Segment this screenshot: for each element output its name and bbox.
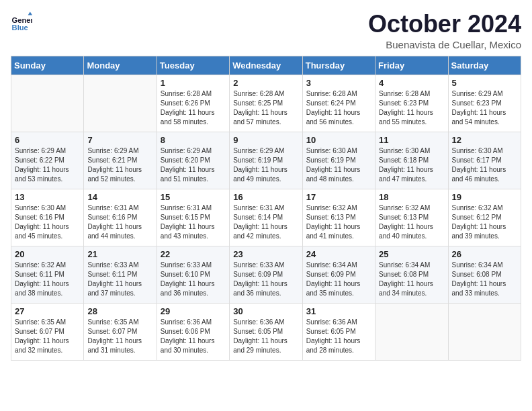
weekday-header: Thursday (302, 56, 375, 75)
day-number: 26 (452, 249, 517, 259)
day-number: 17 (306, 192, 371, 202)
calendar-cell: 8Sunrise: 6:29 AM Sunset: 6:20 PM Daylig… (157, 132, 229, 189)
cell-sun-info: Sunrise: 6:29 AM Sunset: 6:23 PM Dayligh… (452, 89, 517, 127)
weekday-header: Saturday (448, 56, 521, 75)
calendar-cell: 15Sunrise: 6:31 AM Sunset: 6:15 PM Dayli… (157, 189, 229, 246)
cell-sun-info: Sunrise: 6:35 AM Sunset: 6:07 PM Dayligh… (15, 318, 80, 355)
cell-sun-info: Sunrise: 6:33 AM Sunset: 6:10 PM Dayligh… (161, 261, 226, 298)
day-number: 7 (87, 135, 152, 145)
calendar-cell (448, 303, 521, 360)
cell-sun-info: Sunrise: 6:28 AM Sunset: 6:26 PM Dayligh… (161, 89, 226, 127)
cell-sun-info: Sunrise: 6:29 AM Sunset: 6:19 PM Dayligh… (233, 146, 298, 184)
calendar-header: SundayMondayTuesdayWednesdayThursdayFrid… (11, 56, 521, 75)
calendar-week-row: 27Sunrise: 6:35 AM Sunset: 6:07 PM Dayli… (11, 303, 521, 360)
calendar-cell: 6Sunrise: 6:29 AM Sunset: 6:22 PM Daylig… (11, 132, 84, 189)
day-number: 5 (452, 78, 517, 88)
day-number: 13 (15, 192, 80, 202)
calendar-cell: 27Sunrise: 6:35 AM Sunset: 6:07 PM Dayli… (11, 303, 84, 360)
cell-sun-info: Sunrise: 6:32 AM Sunset: 6:11 PM Dayligh… (15, 261, 80, 298)
weekday-header: Wednesday (230, 56, 302, 75)
day-number: 20 (15, 249, 80, 259)
calendar-week-row: 6Sunrise: 6:29 AM Sunset: 6:22 PM Daylig… (11, 132, 521, 189)
cell-sun-info: Sunrise: 6:28 AM Sunset: 6:24 PM Dayligh… (306, 89, 371, 127)
day-number: 27 (15, 306, 80, 316)
calendar-cell (375, 303, 448, 360)
cell-sun-info: Sunrise: 6:28 AM Sunset: 6:23 PM Dayligh… (379, 89, 444, 127)
calendar-cell: 1Sunrise: 6:28 AM Sunset: 6:26 PM Daylig… (157, 75, 229, 132)
calendar-cell: 5Sunrise: 6:29 AM Sunset: 6:23 PM Daylig… (448, 75, 521, 132)
day-number: 11 (379, 135, 444, 145)
cell-sun-info: Sunrise: 6:30 AM Sunset: 6:18 PM Dayligh… (379, 146, 444, 184)
day-number: 28 (87, 306, 152, 316)
cell-sun-info: Sunrise: 6:30 AM Sunset: 6:17 PM Dayligh… (452, 146, 517, 184)
calendar-cell: 7Sunrise: 6:29 AM Sunset: 6:21 PM Daylig… (84, 132, 157, 189)
calendar-cell: 22Sunrise: 6:33 AM Sunset: 6:10 PM Dayli… (157, 246, 229, 303)
calendar-cell: 9Sunrise: 6:29 AM Sunset: 6:19 PM Daylig… (230, 132, 302, 189)
title-block: October 2024 Buenavista de Cuellar, Mexi… (368, 11, 521, 50)
day-number: 19 (452, 192, 517, 202)
day-number: 12 (452, 135, 517, 145)
cell-sun-info: Sunrise: 6:28 AM Sunset: 6:25 PM Dayligh… (233, 89, 298, 127)
weekday-header: Tuesday (157, 56, 229, 75)
cell-sun-info: Sunrise: 6:30 AM Sunset: 6:16 PM Dayligh… (15, 203, 80, 241)
calendar-cell: 28Sunrise: 6:35 AM Sunset: 6:07 PM Dayli… (84, 303, 157, 360)
location: Buenavista de Cuellar, Mexico (368, 39, 521, 50)
day-number: 3 (306, 78, 371, 88)
calendar-cell: 31Sunrise: 6:36 AM Sunset: 6:05 PM Dayli… (302, 303, 375, 360)
calendar-cell: 20Sunrise: 6:32 AM Sunset: 6:11 PM Dayli… (11, 246, 84, 303)
calendar-cell: 25Sunrise: 6:34 AM Sunset: 6:08 PM Dayli… (375, 246, 448, 303)
cell-sun-info: Sunrise: 6:32 AM Sunset: 6:13 PM Dayligh… (379, 203, 444, 241)
day-number: 18 (379, 192, 444, 202)
cell-sun-info: Sunrise: 6:33 AM Sunset: 6:09 PM Dayligh… (233, 261, 298, 298)
calendar-cell: 13Sunrise: 6:30 AM Sunset: 6:16 PM Dayli… (11, 189, 84, 246)
day-number: 4 (379, 78, 444, 88)
calendar-cell: 2Sunrise: 6:28 AM Sunset: 6:25 PM Daylig… (230, 75, 302, 132)
cell-sun-info: Sunrise: 6:30 AM Sunset: 6:19 PM Dayligh… (306, 146, 371, 184)
cell-sun-info: Sunrise: 6:31 AM Sunset: 6:14 PM Dayligh… (233, 203, 298, 241)
cell-sun-info: Sunrise: 6:32 AM Sunset: 6:12 PM Dayligh… (452, 203, 517, 241)
day-number: 14 (87, 192, 152, 202)
calendar-cell: 16Sunrise: 6:31 AM Sunset: 6:14 PM Dayli… (230, 189, 302, 246)
calendar-cell: 23Sunrise: 6:33 AM Sunset: 6:09 PM Dayli… (230, 246, 302, 303)
calendar-week-row: 1Sunrise: 6:28 AM Sunset: 6:26 PM Daylig… (11, 75, 521, 132)
day-number: 10 (306, 135, 371, 145)
cell-sun-info: Sunrise: 6:35 AM Sunset: 6:07 PM Dayligh… (87, 318, 152, 355)
cell-sun-info: Sunrise: 6:33 AM Sunset: 6:11 PM Dayligh… (87, 261, 152, 298)
calendar-cell: 14Sunrise: 6:31 AM Sunset: 6:16 PM Dayli… (84, 189, 157, 246)
day-number: 2 (233, 78, 298, 88)
day-number: 1 (161, 78, 226, 88)
day-number: 23 (233, 249, 298, 259)
day-number: 8 (161, 135, 226, 145)
svg-text:Blue: Blue (12, 24, 28, 32)
calendar-cell: 29Sunrise: 6:36 AM Sunset: 6:06 PM Dayli… (157, 303, 229, 360)
day-number: 22 (161, 249, 226, 259)
cell-sun-info: Sunrise: 6:34 AM Sunset: 6:09 PM Dayligh… (306, 261, 371, 298)
cell-sun-info: Sunrise: 6:29 AM Sunset: 6:20 PM Dayligh… (161, 146, 226, 184)
svg-marker-2 (28, 12, 32, 15)
logo: General Blue (11, 11, 32, 32)
day-number: 25 (379, 249, 444, 259)
month-title: October 2024 (368, 11, 521, 38)
calendar-week-row: 13Sunrise: 6:30 AM Sunset: 6:16 PM Dayli… (11, 189, 521, 246)
day-number: 24 (306, 249, 371, 259)
calendar-cell: 24Sunrise: 6:34 AM Sunset: 6:09 PM Dayli… (302, 246, 375, 303)
weekday-header: Friday (375, 56, 448, 75)
weekday-header: Monday (84, 56, 157, 75)
cell-sun-info: Sunrise: 6:34 AM Sunset: 6:08 PM Dayligh… (452, 261, 517, 298)
cell-sun-info: Sunrise: 6:31 AM Sunset: 6:16 PM Dayligh… (87, 203, 152, 241)
calendar-week-row: 20Sunrise: 6:32 AM Sunset: 6:11 PM Dayli… (11, 246, 521, 303)
cell-sun-info: Sunrise: 6:29 AM Sunset: 6:21 PM Dayligh… (87, 146, 152, 184)
svg-text:General: General (12, 16, 32, 24)
day-number: 16 (233, 192, 298, 202)
cell-sun-info: Sunrise: 6:36 AM Sunset: 6:06 PM Dayligh… (161, 318, 226, 355)
day-number: 15 (161, 192, 226, 202)
weekday-header: Sunday (11, 56, 84, 75)
calendar-cell: 10Sunrise: 6:30 AM Sunset: 6:19 PM Dayli… (302, 132, 375, 189)
calendar-cell: 19Sunrise: 6:32 AM Sunset: 6:12 PM Dayli… (448, 189, 521, 246)
calendar-cell (84, 75, 157, 132)
calendar-table: SundayMondayTuesdayWednesdayThursdayFrid… (11, 56, 521, 361)
day-number: 31 (306, 306, 371, 316)
cell-sun-info: Sunrise: 6:32 AM Sunset: 6:13 PM Dayligh… (306, 203, 371, 241)
day-number: 21 (87, 249, 152, 259)
logo-icon: General Blue (11, 11, 32, 32)
